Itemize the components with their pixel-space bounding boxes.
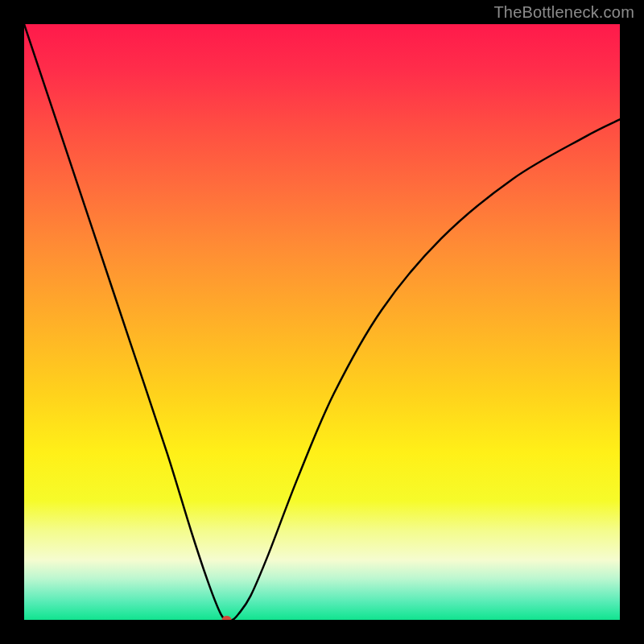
chart-frame: TheBottleneck.com <box>0 0 644 644</box>
watermark-text: TheBottleneck.com <box>493 3 634 22</box>
curve-path <box>24 24 620 620</box>
bottleneck-curve <box>24 24 620 620</box>
plot-area <box>24 24 620 620</box>
